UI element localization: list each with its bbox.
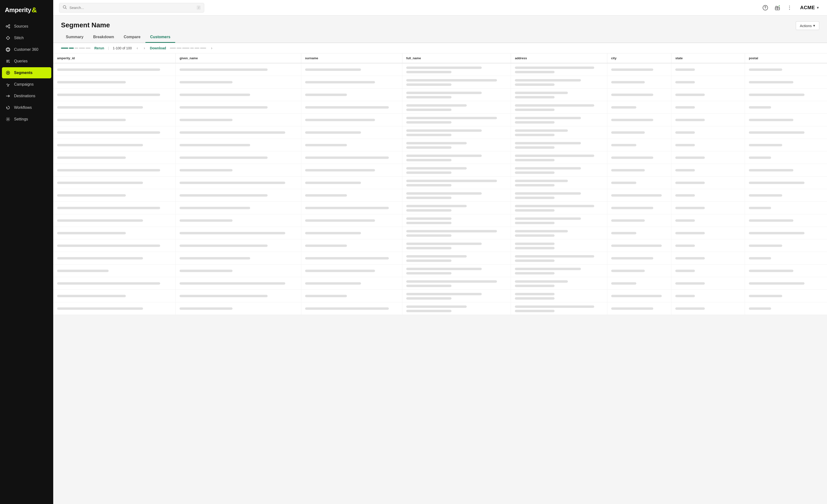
segment-header: Segment Name Actions ▾ bbox=[53, 15, 827, 30]
logo: Amperity& bbox=[0, 0, 53, 21]
actions-button[interactable]: Actions ▾ bbox=[796, 21, 819, 30]
table-cell bbox=[402, 252, 511, 264]
sidebar-label-workflows: Workflows bbox=[14, 105, 32, 110]
table-cell bbox=[53, 302, 176, 315]
table-cell bbox=[671, 202, 745, 214]
topbar: / bbox=[53, 0, 827, 15]
gift-icon[interactable] bbox=[774, 4, 781, 12]
sidebar-item-destinations[interactable]: Destinations bbox=[2, 91, 51, 102]
help-icon[interactable] bbox=[762, 4, 769, 12]
table-cell bbox=[53, 151, 176, 164]
sidebar-item-workflows[interactable]: Workflows bbox=[2, 102, 51, 113]
table-cell bbox=[671, 63, 745, 76]
topbar-icons: ACME ▾ bbox=[762, 3, 821, 12]
table-cell bbox=[745, 202, 827, 214]
table-row bbox=[53, 126, 827, 139]
table-cell bbox=[53, 277, 176, 290]
search-input[interactable] bbox=[69, 6, 194, 10]
sidebar-item-stitch[interactable]: Stitch bbox=[2, 33, 51, 44]
table-cell bbox=[402, 202, 511, 214]
settings-icon bbox=[5, 116, 11, 122]
table-cell bbox=[301, 240, 402, 252]
table-cell bbox=[745, 76, 827, 89]
table-row bbox=[53, 151, 827, 164]
sidebar-item-queries[interactable]: Queries bbox=[2, 56, 51, 67]
chevron-down-icon: ▾ bbox=[817, 5, 819, 10]
sidebar: Amperity& Sources Stitch bbox=[0, 0, 53, 504]
tab-customers[interactable]: Customers bbox=[145, 32, 176, 43]
table-cell bbox=[301, 139, 402, 151]
sidebar-item-customer360[interactable]: Customer 360 bbox=[2, 44, 51, 55]
sidebar-label-destinations: Destinations bbox=[14, 94, 35, 98]
col-surname: surname bbox=[301, 53, 402, 63]
pagination-divider: | bbox=[108, 46, 109, 50]
svg-point-0 bbox=[6, 26, 7, 27]
rerun-link[interactable]: Rerun bbox=[94, 46, 104, 50]
table-cell bbox=[607, 264, 671, 277]
table-row bbox=[53, 277, 827, 290]
table-cell bbox=[671, 252, 745, 264]
table-cell bbox=[53, 101, 176, 114]
col-postal: postal bbox=[745, 53, 827, 63]
table-cell bbox=[671, 164, 745, 177]
tab-compare[interactable]: Compare bbox=[119, 32, 145, 43]
table-cell bbox=[745, 302, 827, 315]
table-cell bbox=[511, 214, 607, 227]
table-container: Rerun | 1-100 of 100 ‹ › Download › bbox=[53, 43, 827, 315]
table-row bbox=[53, 114, 827, 126]
table-cell bbox=[301, 101, 402, 114]
table-cell bbox=[301, 277, 402, 290]
svg-line-3 bbox=[7, 26, 9, 27]
pagination-next-arrow[interactable]: › bbox=[143, 45, 146, 51]
table-cell bbox=[176, 277, 301, 290]
account-button[interactable]: ACME ▾ bbox=[798, 3, 821, 12]
table-cell bbox=[511, 290, 607, 302]
table-header-row: amperity_id given_name surname full_name… bbox=[53, 53, 827, 63]
table-row bbox=[53, 177, 827, 189]
page-content: Segment Name Actions ▾ Summary Breakdown… bbox=[53, 15, 827, 504]
table-cell bbox=[402, 227, 511, 240]
table-cell bbox=[671, 290, 745, 302]
table-cell bbox=[671, 264, 745, 277]
more-options-icon[interactable] bbox=[786, 4, 793, 12]
table-cell bbox=[511, 139, 607, 151]
table-cell bbox=[176, 302, 301, 315]
table-row bbox=[53, 139, 827, 151]
svg-point-9 bbox=[7, 72, 9, 73]
tab-summary[interactable]: Summary bbox=[61, 32, 88, 43]
table-cell bbox=[607, 63, 671, 76]
table-cell bbox=[671, 240, 745, 252]
stitch-icon bbox=[5, 35, 11, 41]
table-cell bbox=[53, 227, 176, 240]
table-cell bbox=[301, 264, 402, 277]
sidebar-item-campaigns[interactable]: Campaigns bbox=[2, 79, 51, 90]
sidebar-item-sources[interactable]: Sources bbox=[2, 21, 51, 32]
sidebar-label-stitch: Stitch bbox=[14, 36, 24, 40]
sidebar-item-settings[interactable]: Settings bbox=[2, 114, 51, 125]
table-cell bbox=[745, 264, 827, 277]
logo-symbol: & bbox=[32, 6, 37, 14]
table-cell bbox=[301, 63, 402, 76]
table-cell bbox=[176, 89, 301, 101]
table-cell bbox=[511, 277, 607, 290]
table-cell bbox=[511, 202, 607, 214]
table-cell bbox=[745, 214, 827, 227]
table-cell bbox=[745, 189, 827, 202]
table-cell bbox=[301, 227, 402, 240]
expand-arrow[interactable]: › bbox=[210, 45, 213, 51]
tab-breakdown[interactable]: Breakdown bbox=[88, 32, 119, 43]
table-cell bbox=[53, 114, 176, 126]
svg-point-16 bbox=[789, 6, 790, 6]
download-link[interactable]: Download bbox=[150, 46, 166, 50]
sidebar-item-segments[interactable]: Segments bbox=[2, 67, 51, 79]
table-cell bbox=[511, 76, 607, 89]
table-cell bbox=[671, 139, 745, 151]
svg-point-11 bbox=[7, 119, 9, 120]
search-box[interactable]: / bbox=[59, 3, 204, 12]
col-amperity-id: amperity_id bbox=[53, 53, 176, 63]
pagination-prev-arrow[interactable]: ‹ bbox=[136, 45, 139, 51]
table-cell bbox=[176, 101, 301, 114]
table-cell bbox=[745, 277, 827, 290]
table-cell bbox=[402, 76, 511, 89]
table-cell bbox=[607, 151, 671, 164]
